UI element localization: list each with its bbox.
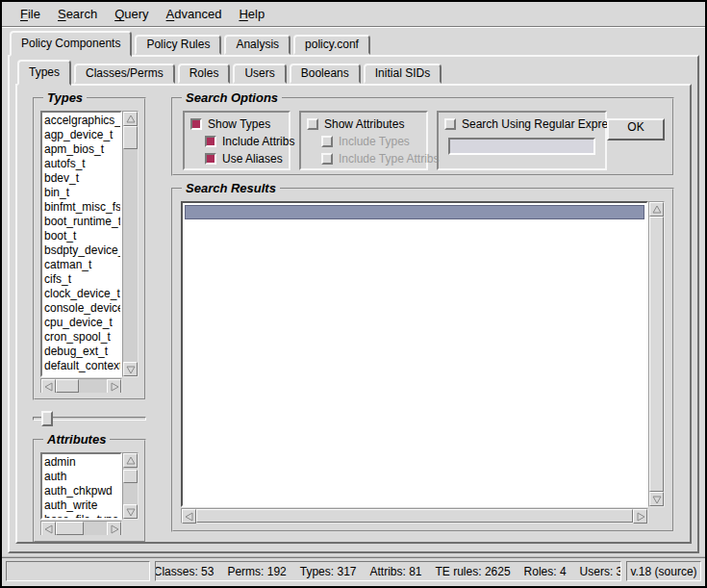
scroll-thumb[interactable] xyxy=(56,379,79,393)
tab-classes-perms[interactable]: Classes/Perms xyxy=(74,64,175,84)
list-item[interactable]: debug_ext_t xyxy=(44,345,120,359)
checkbox-label: Include Types xyxy=(339,135,410,148)
types-vertical-scrollbar[interactable] xyxy=(122,111,139,377)
slider-handle[interactable] xyxy=(41,411,53,426)
ok-button[interactable]: OK xyxy=(607,118,665,141)
list-item[interactable]: clock_device_t xyxy=(44,287,120,301)
attributes-horizontal-scrollbar[interactable] xyxy=(40,521,122,535)
include-attribs-checkbox[interactable]: Include Attribs xyxy=(205,133,283,150)
inner-tab-bar: Types Classes/Perms Roles Users Booleans… xyxy=(10,64,697,84)
scroll-thumb[interactable] xyxy=(196,509,633,523)
list-item[interactable]: boot_t xyxy=(44,229,120,243)
scroll-right-icon[interactable] xyxy=(107,522,121,535)
results-horizontal-scrollbar[interactable] xyxy=(181,508,648,524)
stat-attribs: Attribs: 81 xyxy=(370,565,422,578)
scroll-thumb[interactable] xyxy=(123,470,138,483)
scroll-track[interactable] xyxy=(56,522,107,535)
scroll-track[interactable] xyxy=(123,126,138,362)
stat-perms: Perms: 192 xyxy=(227,565,286,578)
list-item[interactable]: apm_bios_t xyxy=(44,142,120,157)
attributes-panel-caption: Attributes xyxy=(43,432,110,447)
types-listbox[interactable]: accelgraphics_eagp_device_tapm_bios_taut… xyxy=(40,111,122,377)
include-type-attribs-checkbox: Include Type Attribs xyxy=(321,150,420,167)
list-item[interactable]: admin xyxy=(44,455,120,470)
list-item[interactable]: cron_spool_t xyxy=(44,330,120,345)
list-item[interactable]: autofs_t xyxy=(44,157,120,171)
list-item[interactable]: agp_device_t xyxy=(44,128,120,142)
show-attributes-checkbox[interactable]: Show Attributes xyxy=(307,115,420,133)
scroll-up-icon[interactable] xyxy=(123,453,138,468)
list-item[interactable]: default_context xyxy=(44,359,120,373)
scroll-thumb[interactable] xyxy=(56,522,84,535)
scroll-track[interactable] xyxy=(649,217,664,492)
tab-policy-components[interactable]: Policy Components xyxy=(10,31,132,57)
regex-checkbox[interactable]: Search Using Regular Expression xyxy=(444,115,599,133)
list-item[interactable]: bin_t xyxy=(44,186,120,200)
tab-policy-rules[interactable]: Policy Rules xyxy=(135,35,221,55)
show-types-checkbox[interactable]: Show Types xyxy=(190,115,283,133)
use-aliases-checkbox[interactable]: Use Aliases xyxy=(205,150,283,167)
list-item[interactable]: accelgraphics_e xyxy=(44,114,120,128)
list-item[interactable]: console_device xyxy=(44,301,120,316)
list-item[interactable]: bdev_t xyxy=(44,171,120,186)
menu-help[interactable]: Help xyxy=(230,4,273,24)
tab-initial-sids[interactable]: Initial SIDs xyxy=(364,64,442,84)
menu-query[interactable]: Query xyxy=(106,4,157,24)
list-item[interactable]: auth_write xyxy=(44,499,120,513)
scroll-thumb[interactable] xyxy=(123,126,138,149)
tab-booleans[interactable]: Booleans xyxy=(290,64,361,84)
tab-types[interactable]: Types xyxy=(17,60,71,86)
menu-search[interactable]: Search xyxy=(49,4,106,24)
scroll-left-icon[interactable] xyxy=(41,379,56,393)
search-options-panel: Search Options Show Types Include Attrib… xyxy=(171,97,674,176)
scroll-right-icon[interactable] xyxy=(633,509,647,524)
search-results-caption: Search Results xyxy=(182,181,280,195)
list-item[interactable]: cpu_device_t xyxy=(44,316,120,330)
scroll-left-icon[interactable] xyxy=(182,509,196,524)
list-item[interactable]: bsdpty_device_ xyxy=(44,243,120,258)
search-results-text xyxy=(181,201,648,507)
scroll-up-icon[interactable] xyxy=(649,202,664,217)
list-item[interactable]: cifs_t xyxy=(44,272,120,287)
scroll-down-icon[interactable] xyxy=(123,504,138,519)
search-results-selection-bar xyxy=(185,205,644,219)
checkbox-label: Show Types xyxy=(208,117,270,131)
regex-group: Search Using Regular Expression xyxy=(437,111,607,170)
list-item[interactable]: boot_runtime_t xyxy=(44,215,120,229)
scroll-track[interactable] xyxy=(56,379,107,393)
tab-users[interactable]: Users xyxy=(233,64,286,84)
menu-bar: File Search Query Advanced Help xyxy=(2,2,705,27)
stat-types: Types: 317 xyxy=(300,565,357,578)
stat-users: Users: 3 xyxy=(580,565,621,578)
scroll-down-icon[interactable] xyxy=(123,362,138,376)
menu-advanced[interactable]: Advanced xyxy=(158,4,231,24)
list-item[interactable]: catman_t xyxy=(44,258,120,272)
results-vertical-scrollbar[interactable] xyxy=(648,201,665,507)
tab-roles[interactable]: Roles xyxy=(178,64,231,84)
tab-analysis[interactable]: Analysis xyxy=(224,35,290,55)
scroll-left-icon[interactable] xyxy=(41,522,56,535)
menu-search-underline: S xyxy=(58,7,66,21)
scroll-down-icon[interactable] xyxy=(649,492,664,506)
stat-te-rules: TE rules: 2625 xyxy=(436,565,511,578)
scroll-thumb[interactable] xyxy=(649,217,664,492)
scroll-track[interactable] xyxy=(196,509,633,523)
menu-file[interactable]: File xyxy=(12,4,49,24)
tab-policy-conf[interactable]: policy.conf xyxy=(293,35,370,55)
attributes-vertical-scrollbar[interactable] xyxy=(122,452,139,520)
list-item[interactable]: default_t xyxy=(44,373,120,377)
types-horizontal-scrollbar[interactable] xyxy=(40,378,122,393)
scroll-track[interactable] xyxy=(123,468,138,504)
list-item[interactable]: auth xyxy=(44,470,120,484)
types-listbox-area: accelgraphics_eagp_device_tapm_bios_taut… xyxy=(40,111,139,393)
show-types-group: Show Types Include Attribs Use Aliases xyxy=(183,111,290,170)
menu-advanced-rest: dvanced xyxy=(174,7,221,21)
list-item[interactable]: base_file_type xyxy=(44,513,120,520)
regex-input[interactable] xyxy=(448,138,595,155)
list-item[interactable]: auth_chkpwd xyxy=(44,484,120,499)
list-item[interactable]: binfmt_misc_fs xyxy=(44,200,120,215)
scroll-up-icon[interactable] xyxy=(123,112,138,126)
attributes-listbox[interactable]: adminauthauth_chkpwdauth_writebase_file_… xyxy=(40,452,122,520)
scroll-right-icon[interactable] xyxy=(107,379,121,393)
outer-tab-bar: Policy Components Policy Rules Analysis … xyxy=(2,34,705,55)
